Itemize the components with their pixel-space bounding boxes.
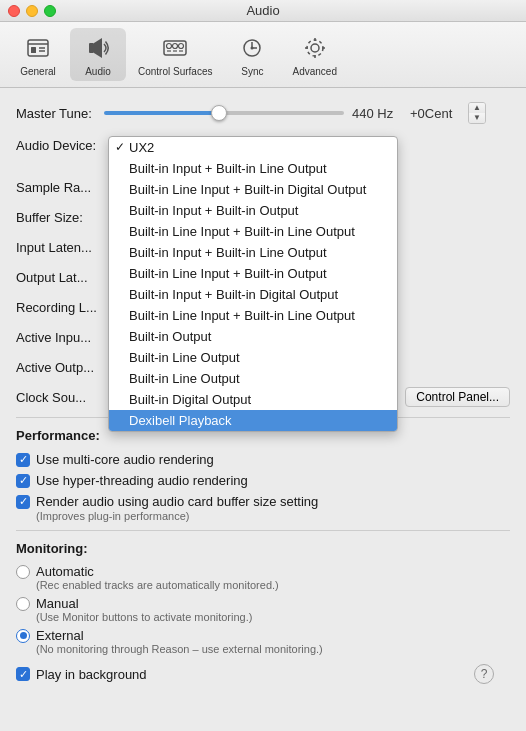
automatic-sub: (Rec enabled tracks are automatically mo… [0,579,526,591]
dropdown-item-9[interactable]: Built-in Output [109,326,397,347]
dropdown-item-8[interactable]: Built-in Line Input + Built-in Line Outp… [109,305,397,326]
manual-radio[interactable] [16,597,30,611]
multi-core-row: ✓ Use multi-core audio rendering [0,449,526,470]
dropdown-item-6[interactable]: Built-in Line Input + Built-in Output [109,263,397,284]
hyper-threading-label: Use hyper-threading audio rendering [36,473,248,488]
svg-point-8 [167,44,172,49]
play-in-background-label: Play in background [36,667,147,682]
general-icon [22,32,54,64]
fullscreen-button[interactable] [44,5,56,17]
monitoring-header: Monitoring: [0,541,526,556]
content-area: Master Tune: 440 Hz +0Cent ▲ ▼ Audio Dev… [0,88,526,171]
general-label: General [20,66,56,77]
render-buffer-label: Render audio using audio card buffer siz… [36,494,318,509]
toolbar-item-audio[interactable]: Audio [70,28,126,81]
external-label: External [36,628,84,643]
svg-rect-2 [31,47,36,53]
cent-spinner[interactable]: ▲ ▼ [468,102,486,124]
dropdown-item-ux2[interactable]: UX2 [109,137,397,158]
svg-point-18 [311,44,319,52]
master-tune-label: Master Tune: [16,106,96,121]
sync-icon [236,32,268,64]
window-title: Audio [246,3,279,18]
toolbar-item-general[interactable]: General [10,28,66,81]
audio-device-row: Audio Device: UX2 Built-in Input + Built… [16,136,510,153]
svg-point-10 [179,44,184,49]
title-bar: Audio [0,0,526,22]
svg-rect-5 [89,43,94,53]
render-buffer-checkbox[interactable]: ✓ [16,495,30,509]
cent-value: +0Cent [410,106,460,121]
dropdown-item-11[interactable]: Built-in Line Output [109,368,397,389]
automatic-radio[interactable] [16,565,30,579]
hyper-threading-checkbox[interactable]: ✓ [16,474,30,488]
minimize-button[interactable] [26,5,38,17]
svg-point-17 [251,47,254,50]
dropdown-item-3[interactable]: Built-in Input + Built-in Output [109,200,397,221]
monitoring-section: Monitoring: Automatic (Rec enabled track… [0,541,526,655]
spinner-up[interactable]: ▲ [469,103,485,113]
audio-icon [82,32,114,64]
dropdown-item-1[interactable]: Built-in Input + Built-in Line Output [109,158,397,179]
dropdown-item-4[interactable]: Built-in Line Input + Built-in Line Outp… [109,221,397,242]
performance-section: Performance: ✓ Use multi-core audio rend… [0,428,526,522]
svg-point-19 [307,40,323,56]
manual-sub: (Use Monitor buttons to activate monitor… [0,611,526,623]
sync-label: Sync [241,66,263,77]
manual-label: Manual [36,596,79,611]
slider-thumb[interactable] [211,105,227,121]
spinner-down[interactable]: ▼ [469,113,485,123]
master-tune-slider[interactable] [104,111,344,115]
play-in-background-row: ✓ Play in background ? [0,661,526,687]
close-button[interactable] [8,5,20,17]
toolbar-item-sync[interactable]: Sync [224,28,280,81]
divider-monitoring [16,530,510,531]
toolbar-item-control-surfaces[interactable]: Control Surfaces [130,28,220,81]
play-in-background-checkbox[interactable]: ✓ [16,667,30,681]
multi-core-checkbox[interactable]: ✓ [16,453,30,467]
advanced-icon [299,32,331,64]
help-icon[interactable]: ? [474,664,494,684]
toolbar-item-advanced[interactable]: Advanced [284,28,344,81]
control-surfaces-label: Control Surfaces [138,66,212,77]
external-sub: (No monitoring through Reason – use exte… [0,643,526,655]
svg-marker-6 [94,38,102,58]
dropdown-item-2[interactable]: Built-in Line Input + Built-in Digital O… [109,179,397,200]
hyper-threading-row: ✓ Use hyper-threading audio rendering [0,470,526,491]
audio-device-label: Audio Device: [16,136,108,153]
audio-label: Audio [85,66,111,77]
multi-core-label: Use multi-core audio rendering [36,452,214,467]
control-panel-button[interactable]: Control Panel... [405,387,510,407]
dropdown-item-10[interactable]: Built-in Line Output [109,347,397,368]
traffic-lights [8,5,56,17]
advanced-label: Advanced [292,66,336,77]
dropdown-item-7[interactable]: Built-in Input + Built-in Digital Output [109,284,397,305]
master-tune-row: Master Tune: 440 Hz +0Cent ▲ ▼ [16,102,510,124]
external-radio[interactable] [16,629,30,643]
render-buffer-row: ✓ Render audio using audio card buffer s… [0,491,526,512]
render-buffer-sub: (Improves plug-in performance) [0,510,526,522]
dropdown-item-5[interactable]: Built-in Input + Built-in Line Output [109,242,397,263]
dropdown-item-dexibell[interactable]: Dexibell Playback [109,410,397,431]
hz-value: 440 Hz [352,106,402,121]
automatic-label: Automatic [36,564,94,579]
control-surfaces-icon [159,32,191,64]
audio-device-dropdown-menu[interactable]: UX2 Built-in Input + Built-in Line Outpu… [108,136,398,432]
toolbar: General Audio Control Sur [0,22,526,88]
dropdown-item-12[interactable]: Built-in Digital Output [109,389,397,410]
svg-point-9 [173,44,178,49]
